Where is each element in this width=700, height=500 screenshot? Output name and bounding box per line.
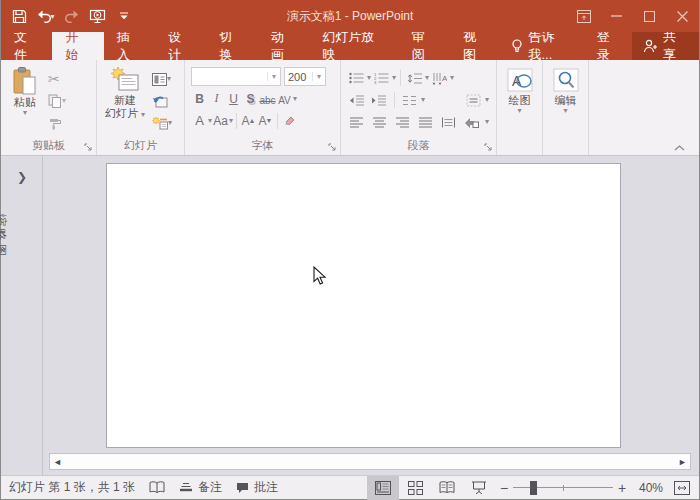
- italic-button[interactable]: I: [208, 89, 225, 108]
- drawing-button[interactable]: A 绘图 ▾: [500, 63, 539, 139]
- tab-view[interactable]: 视图: [450, 32, 501, 60]
- new-slide-button[interactable]: 新建 幻灯片 ▾: [100, 63, 150, 139]
- scroll-left-icon[interactable]: ◄: [50, 454, 65, 469]
- text-direction-button[interactable]: A: [430, 69, 449, 87]
- paste-button[interactable]: 粘贴 ▾: [4, 63, 46, 139]
- change-case-button[interactable]: Aa: [212, 111, 229, 130]
- proofing-button[interactable]: [149, 481, 165, 494]
- zoom-out-button[interactable]: −: [495, 476, 513, 500]
- underline-button[interactable]: U: [225, 89, 242, 108]
- undo-dropdown-icon[interactable]: ▾: [50, 12, 54, 21]
- layout-dropdown-icon[interactable]: ▾: [167, 75, 171, 83]
- slide[interactable]: [106, 163, 621, 448]
- section-button[interactable]: ▾: [150, 112, 174, 134]
- cut-button[interactable]: ✂: [46, 68, 68, 90]
- align-right-button[interactable]: [393, 113, 412, 131]
- slideshow-view-button[interactable]: [463, 476, 495, 500]
- drawing-dropdown-icon[interactable]: ▾: [517, 107, 521, 115]
- tell-me-box[interactable]: 告诉我...: [501, 32, 586, 60]
- shrink-font-button[interactable]: A▼: [257, 111, 274, 130]
- strikethrough-button[interactable]: abc: [259, 89, 276, 108]
- distribute-button[interactable]: [439, 113, 458, 131]
- collapse-ribbon-button[interactable]: [674, 145, 685, 151]
- font-name-dropdown-icon[interactable]: ▾: [267, 72, 280, 81]
- share-button[interactable]: 共享: [632, 32, 699, 60]
- tab-transitions[interactable]: 切换: [207, 32, 258, 60]
- align-left-button[interactable]: [347, 113, 366, 131]
- increase-indent-button[interactable]: [369, 91, 389, 109]
- redo-button[interactable]: [59, 3, 84, 29]
- paragraph-dialog-launcher[interactable]: [483, 142, 493, 152]
- align-text-dropdown-icon[interactable]: ▾: [485, 96, 489, 104]
- align-text-button[interactable]: [464, 91, 483, 109]
- tab-review[interactable]: 审阅: [399, 32, 450, 60]
- clipboard-dialog-launcher[interactable]: [83, 142, 93, 152]
- maximize-button[interactable]: [633, 0, 666, 32]
- new-slide-dropdown-icon[interactable]: ▾: [141, 110, 145, 119]
- horizontal-scrollbar[interactable]: ◄ ►: [49, 453, 691, 470]
- font-size-combo[interactable]: 200 ▾: [284, 67, 326, 86]
- numbering-dropdown-icon[interactable]: ▾: [392, 74, 396, 82]
- comments-button[interactable]: 批注: [236, 479, 278, 496]
- justify-button[interactable]: [416, 113, 435, 131]
- numbering-button[interactable]: 123: [372, 69, 391, 87]
- paste-dropdown-icon[interactable]: ▾: [23, 109, 27, 117]
- section-dropdown-icon[interactable]: ▾: [168, 119, 172, 127]
- editing-dropdown-icon[interactable]: ▾: [563, 107, 567, 115]
- zoom-in-button[interactable]: +: [613, 476, 631, 500]
- bullets-button[interactable]: [347, 69, 366, 87]
- ribbon-display-options-button[interactable]: [567, 0, 600, 32]
- columns-dropdown-icon[interactable]: ▾: [421, 96, 425, 104]
- font-dialog-launcher[interactable]: [327, 142, 337, 152]
- font-color-button[interactable]: A: [191, 111, 208, 130]
- zoom-level[interactable]: 40%: [631, 481, 669, 495]
- zoom-slider[interactable]: [513, 476, 613, 500]
- undo-button[interactable]: ▾: [33, 3, 58, 29]
- smartart-dropdown-icon[interactable]: ▾: [485, 118, 489, 126]
- minimize-button[interactable]: [600, 0, 633, 32]
- tab-slideshow[interactable]: 幻灯片放映: [309, 32, 398, 60]
- zoom-slider-thumb[interactable]: [530, 481, 537, 495]
- text-shadow-button[interactable]: S: [242, 89, 259, 108]
- slide-canvas[interactable]: ◄ ►: [43, 156, 699, 475]
- format-painter-button[interactable]: [46, 112, 68, 134]
- font-name-combo[interactable]: ▾: [191, 67, 281, 86]
- customize-qat-button[interactable]: [111, 3, 136, 29]
- font-size-dropdown-icon[interactable]: ▾: [312, 72, 325, 81]
- notes-button[interactable]: 备注: [179, 479, 222, 496]
- start-slideshow-button[interactable]: [85, 3, 110, 29]
- sign-in-button[interactable]: 登录: [587, 32, 632, 60]
- slide-sorter-button[interactable]: [399, 476, 431, 500]
- fit-to-window-button[interactable]: [669, 476, 695, 500]
- scroll-right-icon[interactable]: ►: [675, 454, 690, 469]
- change-case-dropdown-icon[interactable]: ▾: [229, 117, 233, 125]
- line-spacing-button[interactable]: [405, 69, 424, 87]
- line-spacing-dropdown-icon[interactable]: ▾: [425, 74, 429, 82]
- character-spacing-button[interactable]: AV: [276, 89, 293, 108]
- bold-button[interactable]: B: [191, 89, 208, 108]
- save-button[interactable]: [7, 3, 32, 29]
- text-direction-dropdown-icon[interactable]: ▾: [450, 74, 454, 82]
- copy-dropdown-icon[interactable]: ▾: [62, 97, 66, 105]
- tab-home[interactable]: 开始: [52, 32, 103, 60]
- decrease-indent-button[interactable]: [347, 91, 367, 109]
- tab-insert[interactable]: 插入: [104, 32, 155, 60]
- clear-formatting-button[interactable]: [281, 112, 298, 130]
- normal-view-button[interactable]: [367, 476, 399, 500]
- tab-file[interactable]: 文件: [1, 32, 52, 60]
- grow-font-button[interactable]: A▲: [240, 111, 257, 130]
- tab-animations[interactable]: 动画: [258, 32, 309, 60]
- bullets-dropdown-icon[interactable]: ▾: [367, 74, 371, 82]
- tab-design[interactable]: 设计: [155, 32, 206, 60]
- thumbnail-panel-collapsed[interactable]: ❯ 缩略图: [1, 156, 43, 475]
- layout-button[interactable]: ▾: [150, 68, 174, 90]
- columns-button[interactable]: [400, 91, 419, 109]
- expand-panel-icon[interactable]: ❯: [1, 170, 43, 184]
- editing-button[interactable]: 编辑 ▾: [546, 63, 585, 139]
- copy-button[interactable]: ▾: [46, 90, 68, 112]
- character-spacing-dropdown-icon[interactable]: ▾: [293, 95, 297, 103]
- close-button[interactable]: [666, 0, 699, 32]
- convert-smartart-button[interactable]: [462, 113, 481, 131]
- reading-view-button[interactable]: [431, 476, 463, 500]
- align-center-button[interactable]: [370, 113, 389, 131]
